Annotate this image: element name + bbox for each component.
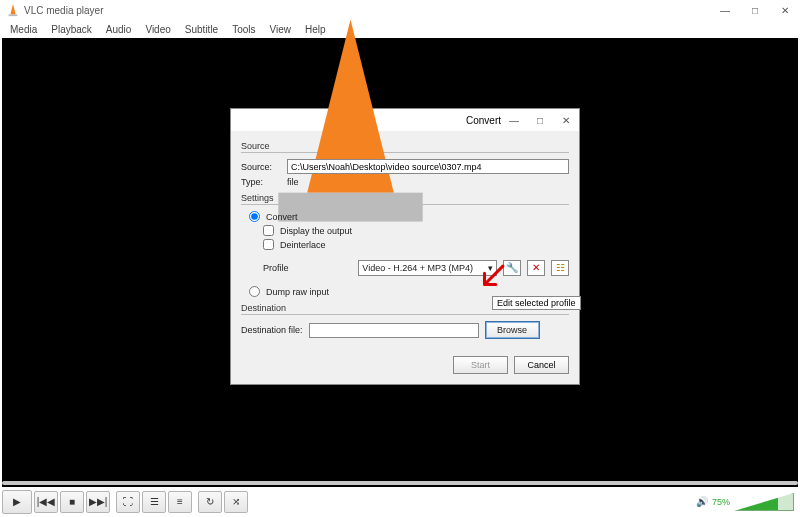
playlist-button[interactable]: ≡ <box>168 491 192 513</box>
volume-slider[interactable] <box>734 493 794 511</box>
dump-raw-radio[interactable] <box>249 286 260 297</box>
menu-video[interactable]: Video <box>145 24 170 35</box>
svg-rect-3 <box>278 192 422 221</box>
stop-button[interactable]: ■ <box>60 491 84 513</box>
vlc-cone-icon <box>6 3 20 17</box>
stop-icon: ■ <box>69 497 75 507</box>
minimize-button[interactable]: — <box>710 0 740 20</box>
dialog-titlebar[interactable]: Convert — □ ✕ <box>231 109 579 131</box>
profile-label: Profile <box>263 263 352 273</box>
seek-bar[interactable] <box>2 479 798 487</box>
maximize-button[interactable]: □ <box>740 0 770 20</box>
new-profile-button[interactable]: ☷ <box>551 260 569 276</box>
shuffle-button[interactable]: ⤨ <box>224 491 248 513</box>
next-button[interactable]: ▶▶| <box>86 491 110 513</box>
browse-button[interactable]: Browse <box>485 321 540 339</box>
menu-subtitle[interactable]: Subtitle <box>185 24 218 35</box>
edit-profile-tooltip: Edit selected profile <box>492 296 581 310</box>
speaker-icon: 🔊 <box>696 497 708 507</box>
volume-control[interactable]: 🔊 75% <box>696 493 798 511</box>
svg-rect-1 <box>9 14 18 16</box>
dialog-maximize-button[interactable]: □ <box>527 110 553 130</box>
loop-button[interactable]: ↻ <box>198 491 222 513</box>
menu-playback[interactable]: Playback <box>51 24 92 35</box>
previous-button[interactable]: |◀◀ <box>34 491 58 513</box>
convert-dialog: Convert — □ ✕ Source Source: Type: file … <box>230 108 580 385</box>
type-value: file <box>287 177 299 187</box>
bottom-controls: ▶ |◀◀ ■ ▶▶| ⛶ ☰ ≡ ↻ ⤨ 🔊 75% <box>2 488 798 516</box>
delete-profile-button[interactable]: ✕ <box>527 260 545 276</box>
display-output-label: Display the output <box>280 226 352 236</box>
dest-file-label: Destination file: <box>241 325 303 335</box>
loop-icon: ↻ <box>206 497 214 507</box>
dest-file-input[interactable] <box>309 323 479 338</box>
playlist-icon: ≡ <box>177 497 183 507</box>
menu-audio[interactable]: Audio <box>106 24 132 35</box>
app-title: VLC media player <box>24 5 103 16</box>
convert-radio[interactable] <box>249 211 260 222</box>
dialog-minimize-button[interactable]: — <box>501 110 527 130</box>
source-label: Source: <box>241 162 281 172</box>
start-button[interactable]: Start <box>453 356 508 374</box>
dialog-title: Convert <box>466 115 501 126</box>
play-icon: ▶ <box>13 497 21 507</box>
dump-raw-label: Dump raw input <box>266 287 329 297</box>
deinterlace-checkbox[interactable] <box>263 239 274 250</box>
dialog-footer: Start Cancel <box>231 350 579 384</box>
deinterlace-label: Deinterlace <box>280 240 326 250</box>
shuffle-icon: ⤨ <box>232 497 240 507</box>
fullscreen-icon: ⛶ <box>123 497 133 507</box>
extended-settings-button[interactable]: ☰ <box>142 491 166 513</box>
source-input[interactable] <box>287 159 569 174</box>
new-profile-icon: ☷ <box>556 263 565 273</box>
prev-icon: |◀◀ <box>37 497 56 507</box>
window-controls: — □ ✕ <box>710 0 800 20</box>
close-button[interactable]: ✕ <box>770 0 800 20</box>
display-output-checkbox[interactable] <box>263 225 274 236</box>
dialog-close-button[interactable]: ✕ <box>553 110 579 130</box>
fullscreen-button[interactable]: ⛶ <box>116 491 140 513</box>
play-button[interactable]: ▶ <box>2 490 32 514</box>
volume-percent: 75% <box>712 497 730 507</box>
extended-icon: ☰ <box>150 497 159 507</box>
delete-icon: ✕ <box>532 263 540 273</box>
convert-radio-label: Convert <box>266 212 298 222</box>
svg-marker-0 <box>10 4 15 15</box>
cancel-button[interactable]: Cancel <box>514 356 569 374</box>
profile-value: Video - H.264 + MP3 (MP4) <box>362 263 473 273</box>
type-label: Type: <box>241 177 281 187</box>
menu-media[interactable]: Media <box>10 24 37 35</box>
next-icon: ▶▶| <box>89 497 108 507</box>
